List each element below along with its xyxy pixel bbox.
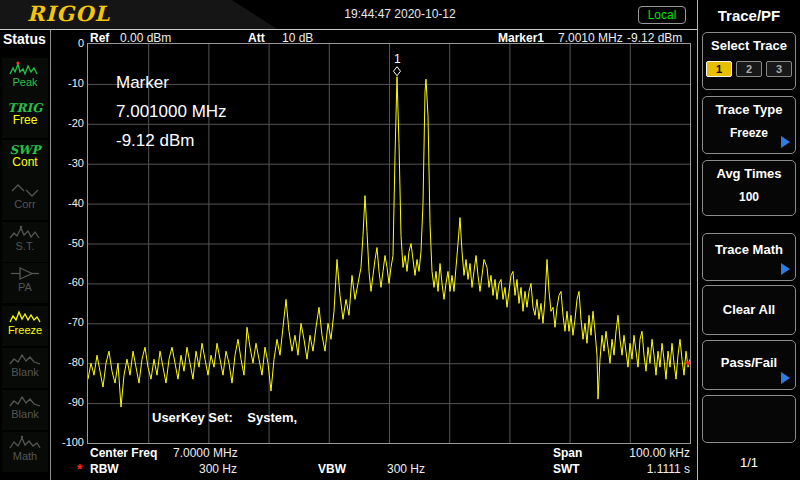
menu-page-indicator: 1/1 bbox=[698, 455, 800, 470]
blank-waveform-icon bbox=[9, 392, 41, 409]
trace-type-button[interactable]: Trace Type Freeze bbox=[702, 96, 796, 154]
avg-times-label: Avg Times bbox=[703, 166, 795, 181]
rbw-label: RBW bbox=[90, 462, 119, 476]
status-item-label: Blank bbox=[2, 367, 48, 378]
clear-all-button[interactable]: Clear All bbox=[702, 285, 796, 335]
userkey-message: UserKey Set: System, bbox=[152, 410, 297, 425]
trace-type-label: Trace Type bbox=[703, 102, 795, 117]
rigol-logo: RIGOL bbox=[27, 1, 110, 26]
status-item-label: PA bbox=[2, 282, 48, 293]
select-trace-button[interactable]: Select Trace 1 2 3 bbox=[702, 32, 796, 90]
y-axis-tick-label: -20 bbox=[68, 117, 84, 129]
status-item-corr: Corr bbox=[2, 180, 48, 220]
status-item-label: Blank bbox=[2, 409, 48, 420]
y-axis-tick-label: -30 bbox=[68, 157, 84, 169]
local-mode-badge: Local bbox=[638, 6, 686, 24]
swt-value: 1.1111 s bbox=[600, 462, 690, 476]
marker-annotation-title: Marker bbox=[116, 68, 227, 97]
status-item-st: S.T. bbox=[2, 222, 48, 262]
banner-divider bbox=[0, 29, 697, 30]
y-axis-tick-label: -80 bbox=[68, 356, 84, 368]
vbw-value: 300 Hz bbox=[330, 462, 425, 476]
marker-diamond-icon bbox=[394, 67, 401, 76]
status-item-blank1: Blank bbox=[2, 348, 48, 388]
pass-fail-label: Pass/Fail bbox=[703, 355, 795, 370]
trace-math-button[interactable]: Trace Math bbox=[702, 233, 796, 281]
status-item-math: Math bbox=[2, 432, 48, 472]
marker-annotation-ampl: -9.12 dBm bbox=[116, 126, 227, 155]
st-waveform-icon bbox=[9, 224, 41, 241]
status-item-label: S.T. bbox=[2, 241, 48, 252]
status-item-label: Cont bbox=[2, 157, 48, 168]
blank-waveform-icon bbox=[9, 350, 41, 367]
y-axis-tick-label: -70 bbox=[68, 316, 84, 328]
status-item-sweep: SWP Cont bbox=[2, 140, 48, 180]
status-item-label: Corr bbox=[2, 199, 48, 210]
status-item-label: Freeze bbox=[2, 325, 48, 336]
status-item-blank2: Blank bbox=[2, 390, 48, 430]
y-axis-tick-label: 0 bbox=[78, 37, 84, 49]
status-item-label: Free bbox=[2, 115, 48, 126]
menu-panel-title: Trace/PF bbox=[698, 7, 800, 24]
marker-number-label: 1 bbox=[394, 52, 401, 66]
y-axis-tick-label: -60 bbox=[68, 276, 84, 288]
marker-annotation-freq: 7.001000 MHz bbox=[116, 97, 227, 126]
math-waveform-icon bbox=[9, 434, 41, 451]
status-item-trigger: TRIG Free bbox=[2, 98, 48, 138]
submenu-arrow-icon bbox=[781, 136, 790, 148]
trace-3-button[interactable]: 3 bbox=[766, 61, 792, 77]
y-axis-tick-label: -10 bbox=[68, 77, 84, 89]
trace-1-button[interactable]: 1 bbox=[706, 61, 732, 77]
spectrum-plot: 1 Marker 7.001000 MHz -9.12 dBm UserKey … bbox=[87, 43, 691, 444]
corr-icon bbox=[9, 182, 41, 199]
y-axis-labels: 0-10-20-30-40-50-60-70-80-90-100 bbox=[51, 30, 86, 480]
status-item-label: Peak bbox=[2, 77, 48, 88]
trace-math-label: Trace Math bbox=[703, 242, 795, 257]
uncal-indicator: * bbox=[77, 461, 82, 477]
avg-times-value: 100 bbox=[703, 190, 795, 204]
status-item-pa: PA bbox=[2, 263, 48, 303]
center-freq-value: 7.0000 MHz bbox=[173, 446, 238, 460]
y-axis-tick-label: -40 bbox=[68, 197, 84, 209]
select-trace-label: Select Trace bbox=[703, 38, 795, 53]
datetime-display: 19:44:47 2020-10-12 bbox=[310, 7, 490, 21]
empty-softkey-button[interactable] bbox=[702, 395, 796, 443]
status-item-peak: Peak bbox=[2, 58, 48, 98]
swt-label: SWT bbox=[553, 462, 580, 476]
marker-annotation: Marker 7.001000 MHz -9.12 dBm bbox=[116, 68, 227, 155]
clear-all-label: Clear All bbox=[703, 302, 795, 317]
freeze-waveform-icon bbox=[9, 308, 41, 325]
submenu-arrow-icon bbox=[781, 263, 790, 275]
status-title: Status bbox=[3, 31, 46, 47]
status-item-label: Math bbox=[2, 451, 48, 462]
avg-times-button[interactable]: Avg Times 100 bbox=[702, 160, 796, 216]
preamp-icon bbox=[9, 265, 41, 282]
center-freq-label: Center Freq bbox=[90, 446, 157, 460]
y-axis-tick-label: -90 bbox=[68, 396, 84, 408]
status-item-freeze: Freeze bbox=[2, 306, 48, 346]
rbw-value: 300 Hz bbox=[150, 462, 237, 476]
peak-waveform-icon bbox=[9, 60, 41, 77]
span-label: Span bbox=[553, 446, 582, 460]
trace-2-button[interactable]: 2 bbox=[736, 61, 762, 77]
span-value: 100.00 kHz bbox=[600, 446, 690, 460]
y-axis-tick-label: -100 bbox=[62, 436, 84, 448]
menu-divider bbox=[697, 0, 698, 480]
y-axis-tick-label: -50 bbox=[68, 237, 84, 249]
analyzer-screen: RIGOL 19:44:47 2020-10-12 Local Trace/PF… bbox=[0, 0, 800, 480]
pass-fail-button[interactable]: Pass/Fail bbox=[702, 340, 796, 390]
submenu-arrow-icon bbox=[781, 372, 790, 384]
